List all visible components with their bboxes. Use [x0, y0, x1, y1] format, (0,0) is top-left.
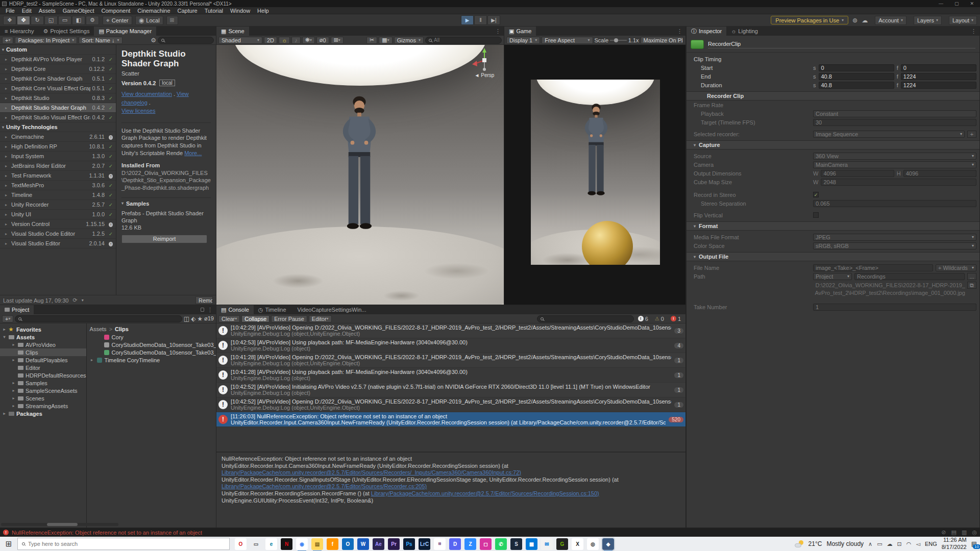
scene-audio-toggle[interactable]: ♪ [291, 37, 301, 44]
pm-package-row[interactable]: ▸ Input System 1.3.0 [0, 152, 116, 161]
scene-search[interactable] [425, 37, 502, 44]
2d-toggle[interactable]: 2D [264, 37, 277, 44]
kebab-menu-icon[interactable]: ⋮ [207, 307, 213, 313]
instagram[interactable]: ◻ [480, 538, 492, 550]
discord[interactable]: D [449, 538, 461, 550]
custom-tool[interactable]: ⚙ [86, 16, 99, 25]
view-documentation-link[interactable]: View documentation [121, 91, 172, 97]
weather-icon[interactable] [795, 540, 804, 547]
start-button[interactable]: ⊞ [0, 537, 17, 551]
lightroom[interactable]: LrC [419, 538, 430, 550]
calculator[interactable]: ▦ [526, 538, 537, 550]
scene-lighting-toggle[interactable]: ☼ [279, 37, 290, 44]
tree-item[interactable]: ▸ Samples [0, 379, 86, 387]
file-explorer[interactable]: ▤ [311, 538, 323, 550]
kebab-menu-icon[interactable]: ⋮ [971, 28, 976, 35]
file-item[interactable]: ▸ Timeline CoryTimeline [90, 356, 216, 364]
menu-item[interactable]: Cinemachine [134, 8, 174, 14]
hidden-objects-toggle[interactable]: ⌀0 [316, 37, 329, 44]
pm-package-row[interactable]: ▸ Depthkit AVPro Video Player 0.1.2 [0, 55, 116, 64]
file-item[interactable]: CoryStudioDemoData_10sensor_Take03_Expor… [90, 341, 216, 348]
pm-sort-dropdown[interactable]: Sort: Name ↓▾ [79, 37, 122, 44]
move-tool[interactable]: ✥ [17, 16, 30, 25]
foldout-icon[interactable]: ▸ [11, 342, 16, 347]
premiere[interactable]: Pr [388, 538, 400, 550]
pm-search[interactable] [158, 37, 214, 44]
pm-package-row[interactable]: ▸ Depthkit Core Shader Graph 0.5.1 [0, 74, 116, 84]
console-log-row[interactable]: ! [10:42:52] [AVProVideo] Initialising A… [216, 383, 685, 397]
foldout-icon[interactable]: ▸ [11, 396, 16, 400]
geforce[interactable]: G [556, 538, 568, 550]
panel-tab[interactable]: ⚙Project Settings [39, 27, 94, 36]
mail[interactable]: ✉ [541, 538, 553, 550]
clock[interactable]: 11:26 AM8/17/2022 [942, 537, 967, 551]
pm-package-row[interactable]: ▸ JetBrains Rider Editor 2.0.7 [0, 161, 116, 171]
minimize-button[interactable]: — [939, 1, 943, 6]
kebab-menu-icon[interactable]: ⋮ [677, 28, 682, 35]
opera[interactable]: O [235, 538, 247, 550]
onedrive-icon[interactable]: ☁ [887, 541, 893, 547]
pm-filter-dropdown[interactable]: Packages: In Project▾ [15, 37, 77, 44]
pm-package-row[interactable]: ▸ Depthkit Core 0.12.2 [0, 64, 116, 74]
word[interactable]: W [357, 538, 369, 550]
grid-snap-toggle[interactable]: ⊞ [166, 16, 178, 25]
tree-item[interactable]: Clips [0, 348, 86, 356]
cache-icon[interactable]: ▤ [951, 529, 957, 536]
favorite-icon[interactable]: ★ [197, 315, 203, 322]
tree-item[interactable]: ▸ Scenes [0, 394, 86, 402]
editor-status-bar[interactable]: ! NullReferenceException: Object referen… [0, 528, 980, 537]
tree-item[interactable]: ▸ SampleSceneAssets [0, 387, 86, 394]
info-count[interactable]: !6 [635, 316, 651, 322]
maximize-button[interactable]: ▢ [954, 1, 959, 6]
gizmos-dropdown[interactable]: Gizmos▾ [394, 37, 424, 44]
tab-game[interactable]: ▣Game [504, 27, 536, 36]
pm-package-row[interactable]: ▸ Test Framework 1.1.31 [0, 171, 116, 181]
tree-item[interactable]: Editor [0, 364, 86, 371]
scale-tool[interactable]: ◱ [44, 16, 58, 25]
persp-label[interactable]: Persp [481, 72, 494, 78]
seconds-field[interactable]: 40.8 [819, 82, 894, 89]
frames-field[interactable]: 1224 [901, 73, 976, 80]
menu-item[interactable]: Tutorial [201, 8, 227, 14]
space-toggle[interactable]: ◉Local [135, 16, 163, 25]
pm-add-button[interactable]: +▾ [2, 37, 13, 44]
menu-item[interactable]: File [2, 8, 18, 14]
foldout-icon[interactable]: ▾ [2, 335, 7, 339]
tree-item[interactable]: ▸ AVProVideo [0, 341, 86, 348]
lock-icon[interactable] [201, 308, 204, 312]
after-effects[interactable]: Ae [373, 538, 384, 550]
pm-package-row[interactable]: ▸ Visual Studio Editor 2.0.14 [0, 239, 116, 248]
play-button[interactable]: ▶ [461, 15, 474, 25]
sprite-pack-icon[interactable]: ◫ [184, 315, 189, 322]
project-search-input[interactable] [23, 316, 178, 321]
kebab-menu-icon[interactable]: ⋮ [495, 28, 501, 35]
scene-camera-dropdown[interactable]: ▦▾ [379, 37, 392, 44]
clip-name-field[interactable]: RecorderClip [708, 41, 975, 48]
view-licenses-link[interactable]: View licenses [121, 108, 155, 114]
firefox[interactable]: f [327, 538, 338, 550]
transform-tool[interactable]: ◧ [72, 16, 85, 25]
more-link[interactable]: More... [184, 150, 202, 156]
collab-icon[interactable]: ⊚ [852, 17, 857, 24]
panel-tab[interactable]: ▤Package Manager [94, 27, 156, 36]
cloud-icon[interactable]: ☁ [862, 17, 868, 24]
tablet-mode[interactable]: ▭ [250, 538, 262, 550]
horizontal-scrollbar[interactable] [1, 523, 118, 526]
console-log-row[interactable]: ! [11:26:03] NullReferenceException: Obj… [216, 412, 685, 427]
stacktrace-link[interactable]: Library/PackageCache/com.unity.recorder@… [222, 483, 427, 489]
editor-dropdown[interactable]: Editor▾ [309, 315, 332, 322]
error-pause-toggle[interactable]: Error Pause [271, 315, 307, 322]
console-log-row[interactable]: ! [10:42:29] [AVProVideo] Opening D:/202… [216, 323, 685, 338]
frames-field[interactable]: 1224 [901, 82, 976, 89]
scene-orientation-gizmo[interactable]: ◄ Persp [470, 47, 499, 78]
tab-inspector[interactable]: ⓘInspector [687, 27, 726, 36]
window-icon[interactable]: ▭ [877, 541, 882, 547]
foldout-icon[interactable]: ▾ [121, 201, 124, 206]
chrome[interactable]: ◉ [296, 538, 308, 550]
hidden-count[interactable]: ⌀19 [204, 315, 214, 322]
pm-search-input[interactable] [166, 37, 210, 43]
whatsapp[interactable]: ✆ [495, 538, 507, 550]
error-count[interactable]: !1 [668, 316, 683, 322]
photoshop[interactable]: Ps [403, 538, 415, 550]
foldout-icon[interactable]: ▸ [11, 404, 16, 408]
